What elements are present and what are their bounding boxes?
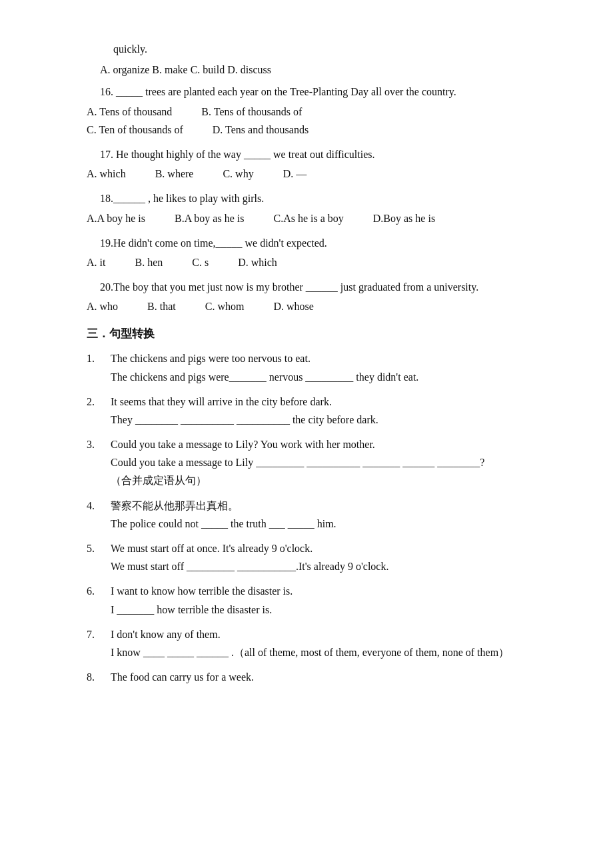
s5-answer: We must start off _________ ___________.… [111, 557, 388, 575]
question-18: 18.______ , he likes to play with girls.… [87, 189, 560, 227]
q17-stem: 17. He thought highly of the way _____ w… [87, 145, 560, 163]
q17-options: A. which B. where C. why D. — [87, 165, 560, 183]
q18-optA: A.A boy he is [87, 209, 145, 227]
q16-optC: C. Ten of thousands of [87, 121, 183, 139]
s8-question: The food can carry us for a week. [111, 668, 254, 686]
q20-options: A. who B. that C. whom D. whose [87, 297, 560, 315]
question-19: 19.He didn't come on time,_____ we didn'… [87, 234, 560, 271]
q19-optD: D. which [238, 253, 277, 271]
sentence-7: 7. I don't know any of them. I know ____… [87, 625, 560, 661]
s4-answer: The police could not _____ the truth ___… [111, 515, 336, 533]
q16-options2: C. Ten of thousands of D. Tens and thous… [87, 121, 560, 139]
section3-header: 三．句型转换 [87, 325, 560, 344]
q18-optB: B.A boy as he is [175, 209, 244, 227]
intro-section: quickly. A. organize B. make C. build D.… [87, 40, 560, 79]
s2-question: It seems that they will arrive in the ci… [111, 393, 378, 411]
intro-options: A. organize B. make C. build D. discuss [87, 61, 560, 79]
q20-optB: B. that [147, 297, 176, 315]
question-17: 17. He thought highly of the way _____ w… [87, 145, 560, 183]
q19-optA: A. it [87, 253, 105, 271]
s4-num: 4. [87, 497, 105, 533]
q20-optC: C. whom [205, 297, 245, 315]
sentence-4: 4. 警察不能从他那弄出真相。 The police could not ___… [87, 497, 560, 533]
s1-answer: The chickens and pigs were_______ nervou… [111, 368, 418, 386]
sentence-2: 2. It seems that they will arrive in the… [87, 393, 560, 429]
q19-optC: C. s [192, 253, 209, 271]
q19-optB: B. hen [135, 253, 163, 271]
s7-num: 7. [87, 625, 105, 661]
q16-optB: B. Tens of thousands of [201, 103, 302, 121]
s1-question: The chickens and pigs were too nervous t… [111, 349, 418, 367]
q16-optD: D. Tens and thousands [213, 121, 308, 139]
q17-optC: C. why [223, 165, 253, 183]
q16-optA: A. Tens of thousand [87, 103, 172, 121]
q17-optA: A. which [87, 165, 126, 183]
q18-optC: C.As he is a boy [273, 209, 343, 227]
s4-question: 警察不能从他那弄出真相。 [111, 497, 336, 515]
s6-answer: I _______ how terrible the disaster is. [111, 601, 293, 619]
sentence-1: 1. The chickens and pigs were too nervou… [87, 349, 560, 385]
q18-options: A.A boy he is B.A boy as he is C.As he i… [87, 209, 560, 227]
sentence-5: 5. We must start off at once. It's alrea… [87, 539, 560, 575]
q20-optA: A. who [87, 297, 118, 315]
sentence-6: 6. I want to know how terrible the disas… [87, 582, 560, 618]
q17-optB: B. where [155, 165, 194, 183]
q19-stem: 19.He didn't come on time,_____ we didn'… [87, 234, 560, 252]
s3-question: Could you take a message to Lily? You wo… [111, 435, 484, 453]
sentence-3: 3. Could you take a message to Lily? You… [87, 435, 560, 490]
q16-options: A. Tens of thousand B. Tens of thousands… [87, 103, 560, 121]
s3-num: 3. [87, 435, 105, 490]
intro-quickly: quickly. [87, 40, 560, 58]
s2-answer: They ________ __________ __________ the … [111, 411, 378, 429]
s5-num: 5. [87, 539, 105, 575]
s3-answer2: （合并成定语从句） [111, 471, 484, 489]
q18-optD: D.Boy as he is [373, 209, 435, 227]
q20-stem: 20.The boy that you met just now is my b… [87, 278, 560, 296]
s6-num: 6. [87, 582, 105, 618]
q20-optD: D. whose [273, 297, 313, 315]
q18-stem: 18.______ , he likes to play with girls. [87, 189, 560, 207]
s7-question: I don't know any of them. [111, 625, 509, 643]
q19-options: A. it B. hen C. s D. which [87, 253, 560, 271]
s1-num: 1. [87, 349, 105, 385]
question-20: 20.The boy that you met just now is my b… [87, 278, 560, 315]
q17-optD: D. — [283, 165, 307, 183]
s5-question: We must start off at once. It's already … [111, 539, 388, 557]
q16-stem: 16. _____ trees are planted each year on… [87, 83, 560, 101]
s6-question: I want to know how terrible the disaster… [111, 582, 293, 600]
s2-num: 2. [87, 393, 105, 429]
sentence-8: 8. The food can carry us for a week. [87, 668, 560, 686]
s3-answer1: Could you take a message to Lily _______… [111, 453, 484, 471]
s8-num: 8. [87, 668, 105, 686]
s7-answer: I know ____ _____ ______ .（all of theme,… [111, 643, 509, 661]
question-16: 16. _____ trees are planted each year on… [87, 83, 560, 139]
